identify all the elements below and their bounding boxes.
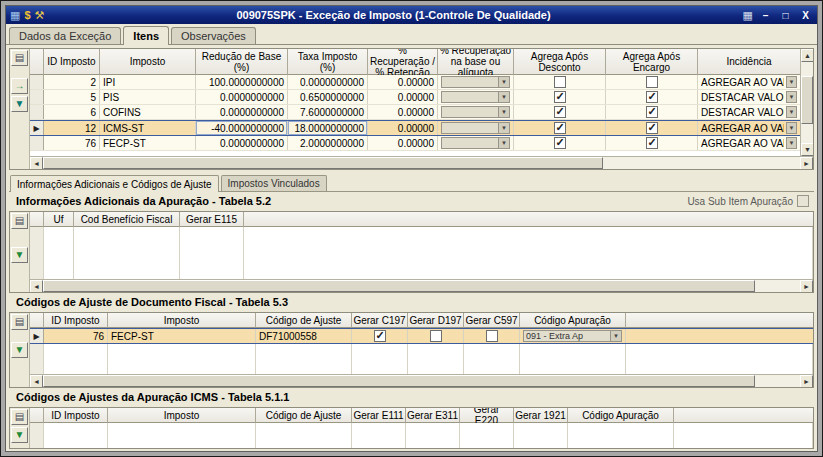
incidencia-dropdown-icon[interactable]: ▼	[786, 76, 797, 88]
agrega-apos-encargo-checkbox[interactable]	[646, 91, 658, 103]
recuperacao-base-combo[interactable]: ▼	[441, 91, 510, 103]
col-recuperacao-base-aliquota[interactable]: % Recuperação na base ou alíquota	[438, 49, 514, 75]
scroll-left-button[interactable]: ◄	[30, 157, 43, 169]
grid-layout-button[interactable]: ▤	[11, 50, 28, 66]
row-selector[interactable]: ▶	[30, 329, 44, 343]
cell-taxa[interactable]: 18.0000000000	[288, 121, 368, 135]
row-selector[interactable]	[30, 105, 44, 119]
row-selector[interactable]	[30, 136, 44, 150]
scroll-up-button[interactable]: ▲	[801, 49, 813, 62]
grid-layout-button[interactable]: ▤	[11, 213, 28, 229]
agrega-apos-desconto-checkbox[interactable]	[554, 91, 566, 103]
col-gerar-e111[interactable]: Gerar E111	[352, 408, 406, 423]
col-gerar-d197[interactable]: Gerar D197	[408, 313, 464, 328]
agrega-apos-desconto-checkbox[interactable]	[554, 122, 566, 134]
codigo-apuracao-combo[interactable]: 091 - Extra Ap▼	[523, 330, 622, 342]
scroll-down-button[interactable]: ▼	[801, 143, 813, 156]
grid-go-last-button[interactable]: ▼	[11, 96, 28, 112]
cell-incidencia[interactable]: AGREGAR AO VALOR TO▼	[698, 75, 800, 89]
col-codigo-apuracao[interactable]: Código Apuração	[568, 408, 674, 423]
scrollbar-thumb[interactable]	[43, 157, 603, 169]
col-uf[interactable]: Uf	[44, 212, 74, 227]
scrollbar-track[interactable]	[43, 157, 800, 169]
maximize-button[interactable]: □	[778, 9, 793, 22]
cell-incidencia[interactable]: AGREGAR AO VALOR TO▼	[698, 121, 800, 135]
col-id-imposto[interactable]: ID Imposto	[44, 49, 100, 75]
row-selector[interactable]	[30, 90, 44, 104]
incidencia-dropdown-icon[interactable]: ▼	[786, 122, 797, 134]
vertical-scrollbar[interactable]: ▲ ▼	[800, 49, 813, 156]
agrega-apos-encargo-checkbox[interactable]	[646, 76, 658, 88]
col-id-imposto[interactable]: ID Imposto	[44, 313, 108, 328]
scroll-right-button[interactable]: ►	[800, 280, 813, 292]
table-row[interactable]: 6 COFINS 0.0000000000 7.6000000000 0.000…	[30, 105, 800, 120]
cell-reducao-base[interactable]: -40.0000000000	[196, 121, 288, 135]
gerar-c197-checkbox[interactable]	[374, 330, 386, 342]
scroll-left-button[interactable]: ◄	[30, 375, 43, 387]
scrollbar-track[interactable]	[801, 62, 813, 143]
gerar-c597-checkbox[interactable]	[486, 330, 498, 342]
scrollbar-track[interactable]	[43, 375, 800, 387]
col-agrega-apos-encargo[interactable]: Agrega Após Encargo	[606, 49, 698, 75]
agrega-apos-encargo-checkbox[interactable]	[646, 122, 658, 134]
grid-layout-button[interactable]: ▤	[11, 314, 28, 330]
scrollbar-thumb[interactable]	[43, 375, 755, 387]
col-codigo-de-ajuste[interactable]: Código de Ajuste	[256, 313, 352, 328]
col-imposto[interactable]: Imposto	[108, 408, 256, 423]
minimize-button[interactable]: –	[758, 9, 773, 22]
col-imposto[interactable]: Imposto	[108, 313, 256, 328]
recuperacao-base-combo[interactable]: ▼	[441, 76, 510, 88]
col-gerar-e311[interactable]: Gerar E311	[406, 408, 460, 423]
recuperacao-base-combo[interactable]: ▼	[441, 122, 510, 134]
col-gerar-e115[interactable]: Gerar E115	[180, 212, 244, 227]
col-reducao-base[interactable]: Redução de Base (%)	[196, 49, 288, 75]
col-gerar-c597[interactable]: Gerar C597	[464, 313, 520, 328]
col-cod-beneficio-fiscal[interactable]: Cod Benefício Fiscal	[74, 212, 180, 227]
col-gerar-e220[interactable]: Gerar E220	[460, 408, 514, 423]
scroll-right-button[interactable]: ►	[800, 375, 813, 387]
grid-export-button[interactable]: →	[11, 78, 28, 94]
incidencia-dropdown-icon[interactable]: ▼	[786, 106, 797, 118]
cell-incidencia[interactable]: DESTACAR VALOR DO I▼	[698, 90, 800, 104]
col-incidencia[interactable]: Incidência	[698, 49, 800, 75]
incidencia-dropdown-icon[interactable]: ▼	[786, 137, 797, 149]
agrega-apos-desconto-checkbox[interactable]	[554, 76, 566, 88]
table-row[interactable]: 2 IPI 100.0000000000 0.0000000000 0.0000…	[30, 75, 800, 90]
grid-go-last-button[interactable]: ▼	[11, 342, 28, 358]
agrega-apos-encargo-checkbox[interactable]	[646, 106, 658, 118]
col-recuperacao-retencao[interactable]: % Recuperação / % Retenção	[368, 49, 438, 75]
table-row-selected[interactable]: ▶ 76 FECP-ST DF71000558 091 - Extra Ap▼	[30, 328, 813, 344]
table-row[interactable]: 5 PIS 0.0000000000 0.6500000000 0.00000 …	[30, 90, 800, 105]
scrollbar-thumb[interactable]	[801, 76, 813, 124]
col-codigo-apuracao[interactable]: Código Apuração	[520, 313, 626, 328]
col-taxa-imposto[interactable]: Taxa Imposto (%)	[288, 49, 368, 75]
col-codigo-de-ajuste[interactable]: Código de Ajuste	[256, 408, 352, 423]
tab-informacoes-adicionais[interactable]: Informações Adicionais e Códigos de Ajus…	[10, 175, 219, 192]
grid-layout-button[interactable]: ▤	[11, 409, 28, 425]
grid-go-last-button[interactable]: ▼	[11, 427, 28, 443]
table-row[interactable]: 76 FECP-ST 0.0000000000 2.0000000000 0.0…	[30, 136, 800, 151]
agrega-apos-encargo-checkbox[interactable]	[646, 137, 658, 149]
col-gerar-1921[interactable]: Gerar 1921	[514, 408, 568, 423]
recuperacao-base-combo[interactable]: ▼	[441, 106, 510, 118]
scroll-left-button[interactable]: ◄	[30, 280, 43, 292]
incidencia-dropdown-icon[interactable]: ▼	[786, 91, 797, 103]
gerar-d197-checkbox[interactable]	[430, 330, 442, 342]
tab-itens[interactable]: Itens	[123, 26, 169, 45]
horizontal-scrollbar[interactable]: ◄ ►	[30, 279, 813, 292]
cell-incidencia[interactable]: DESTACAR VALOR DO I▼	[698, 105, 800, 119]
tab-impostos-vinculados[interactable]: Impostos Vinculados	[221, 175, 327, 191]
close-button[interactable]: X	[798, 9, 813, 22]
table-row-selected[interactable]: ▶ 12 ICMS-ST -40.0000000000 18.000000000…	[30, 120, 800, 136]
col-imposto[interactable]: Imposto	[100, 49, 196, 75]
row-selector[interactable]	[30, 75, 44, 89]
recuperacao-base-combo[interactable]: ▼	[441, 137, 510, 149]
scrollbar-track[interactable]	[43, 280, 800, 292]
col-agrega-apos-desconto[interactable]: Agrega Após Desconto	[514, 49, 606, 75]
col-id-imposto[interactable]: ID Imposto	[44, 408, 108, 423]
tab-dados-da-excecao[interactable]: Dados da Exceção	[9, 27, 121, 44]
usa-sub-item-checkbox[interactable]	[797, 195, 809, 207]
horizontal-scrollbar[interactable]: ◄ ►	[30, 156, 813, 169]
row-selector[interactable]: ▶	[30, 121, 44, 135]
scrollbar-thumb[interactable]	[43, 280, 755, 292]
